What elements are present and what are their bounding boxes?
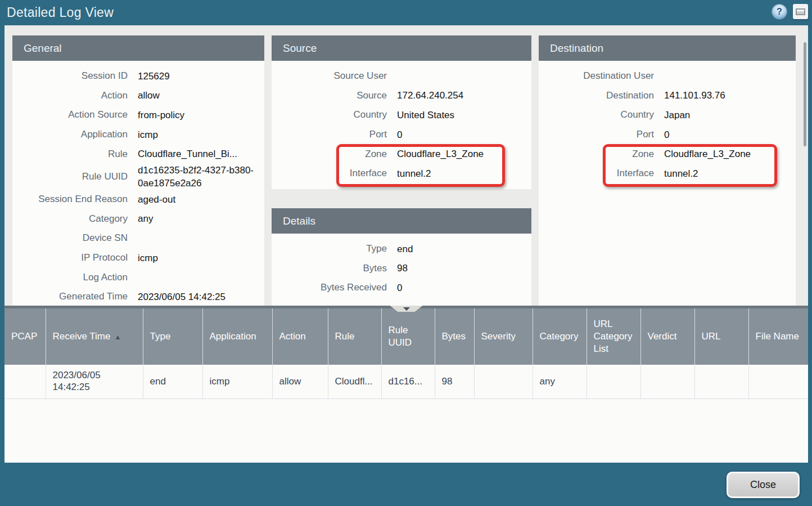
col-header-receive-time[interactable]: Receive Time▲ — [46, 308, 143, 365]
field-value: United States — [397, 109, 531, 122]
field-label: Bytes — [272, 263, 387, 274]
field-row: ZoneCloudflare_L3_Zone — [272, 144, 531, 164]
log-table-section: PCAPReceive Time▲TypeApplicationActionRu… — [4, 306, 808, 463]
col-header-severity[interactable]: Severity — [474, 308, 533, 365]
field-label: Generated Time — [12, 291, 128, 302]
field-label: Port — [272, 129, 387, 140]
field-label: Interface — [539, 168, 654, 179]
field-row: Typeend — [272, 239, 531, 259]
field-row: ZoneCloudflare_L3_Zone — [539, 144, 796, 164]
panel-details-rows: TypeendBytes98Bytes Received0 — [272, 234, 531, 298]
field-label: Interface — [272, 168, 387, 179]
field-value: Cloudflare_Tunnel_Bi... — [138, 147, 264, 160]
panel-source-rows: Source UserSource172.64.240.254CountryUn… — [272, 61, 531, 183]
field-row: Port0 — [272, 125, 531, 145]
field-label: Application — [12, 129, 128, 140]
field-row: Interfacetunnel.2 — [272, 164, 531, 183]
field-row: Categoryany — [12, 209, 264, 229]
log-table-row[interactable]: 2023/06/05 14:42:25endicmpallowCloudfl..… — [4, 365, 808, 398]
field-value: allow — [138, 89, 264, 102]
field-value: tunnel.2 — [664, 167, 796, 180]
cell-pcap — [4, 365, 46, 398]
field-label: Zone — [539, 149, 654, 160]
field-row: Applicationicmp — [12, 125, 264, 145]
panel-general-rows: Session ID125629ActionallowAction Source… — [12, 61, 264, 306]
vertical-scrollbar-thumb[interactable] — [804, 42, 806, 146]
log-table: PCAPReceive Time▲TypeApplicationActionRu… — [4, 308, 808, 399]
field-label: Source — [272, 90, 387, 101]
field-label: Bytes Received — [272, 282, 387, 293]
field-label: Destination — [539, 90, 654, 101]
help-icon[interactable]: ? — [772, 5, 787, 19]
field-row: Actionallow — [12, 86, 264, 106]
field-label: Destination User — [539, 70, 654, 82]
field-value: 0 — [397, 128, 531, 141]
cell-rule-uuid: d1c16... — [381, 365, 435, 398]
col-header-pcap[interactable]: PCAP — [4, 308, 46, 365]
field-value: Cloudflare_L3_Zone — [664, 147, 796, 160]
close-button[interactable]: Close — [727, 472, 800, 498]
panel-details-header: Details — [272, 208, 531, 234]
col-header-application[interactable]: Application — [202, 308, 272, 365]
field-value: 98 — [397, 262, 531, 275]
field-row: Bytes98 — [272, 259, 531, 279]
field-value: 141.101.93.76 — [664, 89, 796, 102]
field-label: Session End Reason — [12, 194, 128, 205]
field-row: Action Sourcefrom-policy — [12, 105, 264, 125]
field-value: 0 — [664, 128, 796, 141]
field-row: Destination User — [539, 66, 796, 86]
panel-destination-rows: Destination UserDestination141.101.93.76… — [539, 61, 796, 183]
field-value: 2023/06/05 14:42:25 — [138, 290, 264, 303]
field-label: Zone — [272, 149, 387, 160]
field-label: Log Action — [12, 272, 128, 283]
table-header-row: PCAPReceive Time▲TypeApplicationActionRu… — [4, 308, 808, 365]
field-row: CountryUnited States — [272, 105, 531, 125]
cell-rule: Cloudfl... — [328, 365, 381, 398]
col-header-url[interactable]: URL — [694, 308, 748, 365]
cell-bytes: 98 — [435, 365, 474, 398]
field-value: icmp — [138, 252, 264, 265]
field-row: Bytes Received0 — [272, 278, 531, 298]
col-header-bytes[interactable]: Bytes — [435, 308, 474, 365]
field-row: CountryJapan — [539, 105, 796, 125]
field-value: Cloudflare_L3_Zone — [397, 147, 531, 160]
col-header-verdict[interactable]: Verdict — [640, 308, 694, 365]
panel-destination-header: Destination — [539, 35, 796, 61]
cell-action: allow — [272, 365, 328, 398]
field-value: icmp — [138, 128, 264, 141]
col-header-rule[interactable]: Rule — [328, 308, 381, 365]
col-header-url-category-list[interactable]: URL Category List — [587, 308, 640, 365]
field-row: Interfacetunnel.2 — [539, 164, 796, 183]
detail-section: General Session ID125629ActionallowActio… — [4, 25, 808, 306]
panel-source: Source Source UserSource172.64.240.254Co… — [272, 35, 531, 189]
field-row: Source172.64.240.254 — [272, 86, 531, 106]
field-label: Country — [539, 109, 654, 120]
panel-general-header: General — [12, 35, 264, 61]
col-header-action[interactable]: Action — [272, 308, 328, 365]
field-value: aged-out — [138, 193, 264, 206]
field-value: any — [138, 212, 264, 225]
cell-file-name — [748, 365, 808, 398]
field-value: 0 — [397, 281, 531, 294]
field-label: Action — [12, 90, 128, 101]
panel-source-header: Source — [272, 35, 531, 61]
field-value: 172.64.240.254 — [397, 89, 531, 102]
field-value: from-policy — [138, 109, 264, 122]
dialog-title-bar: Detailed Log View ? — [0, 0, 812, 25]
cell-category: any — [533, 365, 587, 398]
field-label: IP Protocol — [12, 252, 128, 263]
col-header-type[interactable]: Type — [143, 308, 202, 365]
col-header-category[interactable]: Category — [533, 308, 587, 365]
field-label: Port — [539, 129, 654, 140]
col-header-file-name[interactable]: File Name — [748, 308, 808, 365]
field-label: Source User — [272, 70, 387, 82]
field-label: Country — [272, 109, 387, 120]
field-row: Log Action — [12, 267, 264, 287]
panel-general: General Session ID125629ActionallowActio… — [12, 35, 264, 306]
col-header-rule-uuid[interactable]: Rule UUID — [381, 308, 435, 365]
field-label: Rule — [12, 149, 128, 160]
help-glyph: ? — [777, 7, 782, 17]
restore-window-icon[interactable] — [793, 4, 808, 19]
field-row: Session ID125629 — [12, 66, 264, 86]
field-label: Category — [12, 213, 128, 225]
